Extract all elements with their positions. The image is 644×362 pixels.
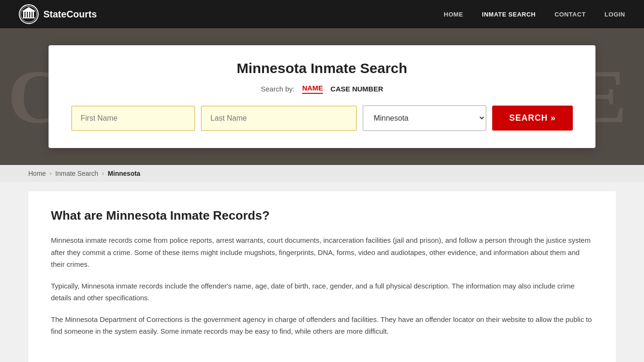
content-paragraph-3: The Minnesota Department of Corrections …	[51, 313, 593, 337]
breadcrumb-inmate-search[interactable]: Inmate Search	[55, 170, 98, 177]
nav-login[interactable]: LOGIN	[604, 11, 625, 18]
search-by-label: Search by:	[261, 85, 295, 93]
tab-name[interactable]: NAME	[302, 84, 323, 94]
tab-case-number[interactable]: CASE NUMBER	[330, 85, 383, 93]
search-inputs: Minnesota Alabama Alaska Arizona Arkansa…	[71, 105, 573, 131]
search-card: Minnesota Inmate Search Search by: NAME …	[49, 45, 595, 148]
site-header: StateCourts HOME INMATE SEARCH CONTACT L…	[0, 0, 644, 28]
svg-rect-7	[23, 17, 35, 18]
logo-icon	[19, 4, 39, 24]
main-nav: HOME INMATE SEARCH CONTACT LOGIN	[444, 11, 625, 18]
first-name-input[interactable]	[71, 106, 195, 131]
search-by-row: Search by: NAME CASE NUMBER	[71, 84, 573, 94]
breadcrumb-chevron-2: ›	[102, 170, 104, 177]
nav-contact[interactable]: CONTACT	[554, 11, 586, 18]
page-title: Minnesota Inmate Search	[71, 60, 573, 76]
nav-inmate-search[interactable]: INMATE SEARCH	[482, 11, 536, 18]
nav-home[interactable]: HOME	[444, 11, 463, 18]
svg-rect-4	[28, 12, 29, 17]
state-select[interactable]: Minnesota Alabama Alaska Arizona Arkansa…	[363, 105, 487, 131]
svg-rect-6	[33, 12, 34, 17]
last-name-input[interactable]	[201, 106, 356, 131]
svg-rect-2	[23, 12, 25, 17]
svg-rect-8	[23, 11, 35, 12]
logo-text: StateCourts	[43, 9, 97, 20]
breadcrumb: Home › Inmate Search › Minnesota	[0, 165, 644, 182]
content-area: What are Minnesota Inmate Records? Minne…	[0, 182, 644, 362]
logo[interactable]: StateCourts	[19, 4, 97, 24]
hero-section: COURTHOUSE Minnesota Inmate Search Searc…	[0, 28, 644, 165]
content-card: What are Minnesota Inmate Records? Minne…	[28, 191, 616, 362]
breadcrumb-home[interactable]: Home	[28, 170, 46, 177]
svg-rect-3	[25, 12, 27, 17]
content-title: What are Minnesota Inmate Records?	[51, 208, 593, 223]
content-paragraph-2: Typically, Minnesota inmate records incl…	[51, 280, 593, 304]
svg-rect-5	[30, 12, 32, 17]
content-paragraph-1: Minnesota inmate records come from polic…	[51, 234, 593, 271]
search-button[interactable]: SEARCH »	[492, 106, 573, 131]
breadcrumb-chevron-1: ›	[50, 170, 51, 177]
breadcrumb-current: Minnesota	[107, 170, 140, 177]
